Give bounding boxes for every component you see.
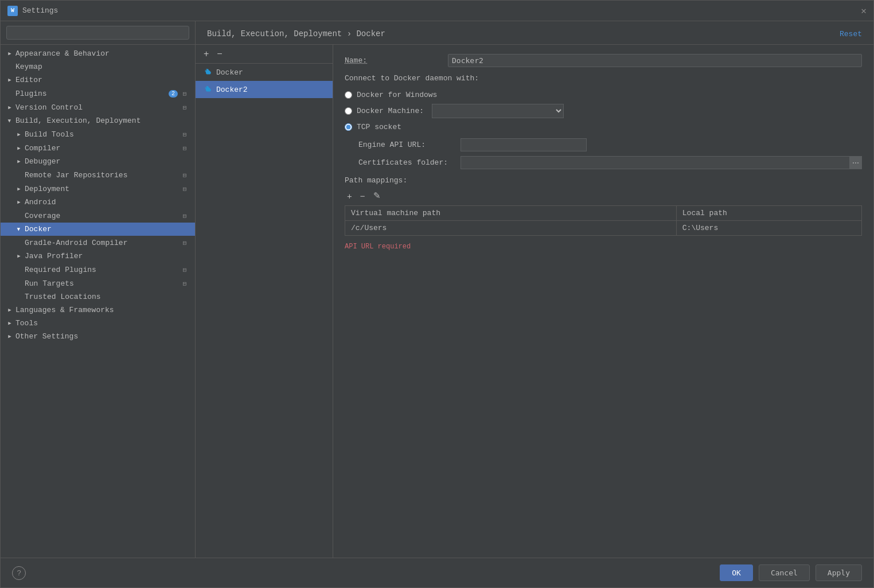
sidebar-item-required-plugins[interactable]: ▶ Required Plugins ⊟: [1, 263, 195, 277]
sidebar-item-remote-jar[interactable]: ▶ Remote Jar Repositories ⊟: [1, 168, 195, 182]
sidebar-item-deployment[interactable]: ▶ Deployment ⊟: [1, 182, 195, 196]
sidebar-item-label: Other Settings: [15, 332, 189, 341]
add-docker-button[interactable]: +: [201, 48, 211, 60]
sidebar-item-languages-frameworks[interactable]: ▶ Languages & Frameworks: [1, 303, 195, 317]
settings-icon: ⊟: [180, 265, 189, 274]
name-row: Name:: [345, 54, 862, 67]
sidebar-item-label: Remote Jar Repositories: [25, 171, 180, 180]
arrow-icon: ▶: [6, 320, 13, 327]
sidebar-item-build-tools[interactable]: ▶ Build Tools ⊟: [1, 127, 195, 141]
sidebar-item-label: Docker: [25, 225, 189, 233]
radio-group: Docker for Windows Docker Machine:: [345, 88, 862, 134]
sidebar-item-label: Android: [25, 198, 189, 207]
settings-icon: ⊟: [180, 143, 189, 153]
sidebar-item-version-control[interactable]: ▶ Version Control ⊟: [1, 100, 195, 114]
arrow-icon: ▶: [15, 185, 22, 192]
search-box: [1, 21, 195, 45]
sidebar-item-label: Compiler: [25, 144, 180, 153]
sidebar-item-label: Required Plugins: [25, 266, 180, 274]
sidebar-item-label: Java Profiler: [25, 252, 189, 260]
edit-mapping-button[interactable]: ✎: [371, 189, 383, 202]
sidebar-item-label: Trusted Locations: [25, 293, 189, 301]
arrow-icon: ▶: [15, 226, 22, 233]
sidebar-item-label: Build Tools: [25, 130, 180, 139]
docker2-list-item[interactable]: Docker2: [196, 81, 333, 98]
vm-path-cell: /c/Users: [345, 221, 677, 236]
docker2-instance-label: Docker2: [216, 85, 248, 94]
docker-instance-label: Docker: [216, 68, 243, 77]
cancel-button[interactable]: Cancel: [759, 564, 810, 581]
ok-button[interactable]: OK: [720, 564, 753, 581]
docker-machine-radio[interactable]: [345, 107, 352, 115]
help-button[interactable]: ?: [12, 566, 26, 580]
app-icon: W: [7, 6, 18, 16]
sidebar-item-appearance[interactable]: ▶ Appearance & Behavior: [1, 47, 195, 60]
docker-for-windows-radio[interactable]: [345, 91, 352, 99]
tcp-socket-option: TCP socket: [345, 120, 862, 134]
sidebar-item-label: Build, Execution, Deployment: [15, 116, 189, 125]
sidebar-item-gradle-android[interactable]: ▶ Gradle-Android Compiler ⊟: [1, 236, 195, 250]
add-mapping-button[interactable]: +: [345, 189, 354, 202]
arrow-icon: ▶: [6, 104, 13, 111]
sidebar-item-trusted-locations[interactable]: ▶ Trusted Locations: [1, 290, 195, 303]
docker-icon: [202, 84, 213, 95]
sidebar-item-other-settings[interactable]: ▶ Other Settings: [1, 330, 195, 343]
remove-docker-button[interactable]: −: [214, 48, 224, 60]
close-button[interactable]: ✕: [861, 5, 867, 17]
docker-machine-label: Docker Machine:: [357, 107, 424, 115]
sidebar-item-compiler[interactable]: ▶ Compiler ⊟: [1, 141, 195, 155]
path-mappings-toolbar: + − ✎: [345, 189, 862, 202]
engine-api-url-input[interactable]: [461, 138, 587, 151]
docker-list-panel: + − Docker: [196, 45, 333, 558]
engine-api-url-row: Engine API URL:: [358, 138, 862, 151]
sidebar-item-coverage[interactable]: ▶ Coverage ⊟: [1, 209, 195, 223]
sidebar-item-debugger[interactable]: ▶ Debugger: [1, 155, 195, 168]
tcp-socket-radio[interactable]: [345, 123, 352, 131]
plugins-badge: 2: [169, 90, 178, 98]
arrow-icon: ▶: [6, 307, 13, 314]
docker-for-windows-label: Docker for Windows: [357, 91, 437, 99]
sidebar-item-plugins[interactable]: ▶ Plugins 2 ⊟: [1, 87, 195, 100]
sidebar-item-tools[interactable]: ▶ Tools: [1, 317, 195, 330]
arrow-icon: ▶: [15, 199, 22, 206]
remove-mapping-button[interactable]: −: [358, 189, 368, 202]
docker-list-toolbar: + −: [196, 45, 333, 64]
name-label: Name:: [345, 56, 448, 65]
docker-list-item[interactable]: Docker: [196, 64, 333, 81]
cert-label: Certificates folder:: [358, 158, 456, 167]
sidebar-item-build-exec-deploy[interactable]: ▶ Build, Execution, Deployment: [1, 114, 195, 127]
connect-label: Connect to Docker daemon with:: [345, 74, 862, 83]
path-mappings-section: Path mappings: + − ✎ Virtual machine pat…: [345, 176, 862, 236]
name-input[interactable]: [448, 54, 862, 67]
sidebar-item-run-targets[interactable]: ▶ Run Targets ⊟: [1, 277, 195, 290]
settings-icon: ⊟: [180, 184, 189, 193]
sidebar-item-docker[interactable]: ▶ Docker: [1, 223, 195, 236]
table-row[interactable]: /c/Users C:\Users: [345, 221, 862, 236]
search-input[interactable]: [6, 26, 189, 40]
cert-folder-input[interactable]: [461, 156, 862, 169]
cert-browse-button[interactable]: ⋯: [849, 156, 862, 169]
footer: ? OK Cancel Apply: [1, 558, 873, 587]
sidebar-item-android[interactable]: ▶ Android: [1, 196, 195, 209]
arrow-icon: ▶: [6, 118, 13, 124]
settings-icon: ⊟: [180, 130, 189, 139]
settings-icon: ⊟: [180, 279, 189, 288]
sidebar-item-label: Gradle-Android Compiler: [25, 239, 180, 247]
apply-button[interactable]: Apply: [816, 564, 862, 581]
breadcrumb: Build, Execution, Deployment › Docker: [207, 29, 385, 38]
sidebar-item-keymap[interactable]: ▶ Keymap: [1, 60, 195, 73]
local-path-cell: C:\Users: [676, 221, 861, 236]
arrow-icon: ▶: [15, 131, 22, 138]
sidebar-item-editor[interactable]: ▶ Editor: [1, 73, 195, 87]
reset-button[interactable]: Reset: [840, 30, 862, 38]
sidebar-item-label: Appearance & Behavior: [15, 49, 189, 58]
sidebar-item-java-profiler[interactable]: ▶ Java Profiler: [1, 250, 195, 263]
arrow-icon: ▶: [6, 50, 13, 57]
tcp-socket-label: TCP socket: [357, 123, 401, 131]
sidebar-item-label: Coverage: [25, 212, 180, 220]
docker-machine-select[interactable]: [432, 104, 564, 118]
sidebar-item-label: Editor: [15, 76, 189, 84]
settings-icon: ⊟: [180, 211, 189, 220]
sidebar-item-label: Run Targets: [25, 279, 180, 288]
settings-icon: ⊟: [180, 89, 189, 98]
